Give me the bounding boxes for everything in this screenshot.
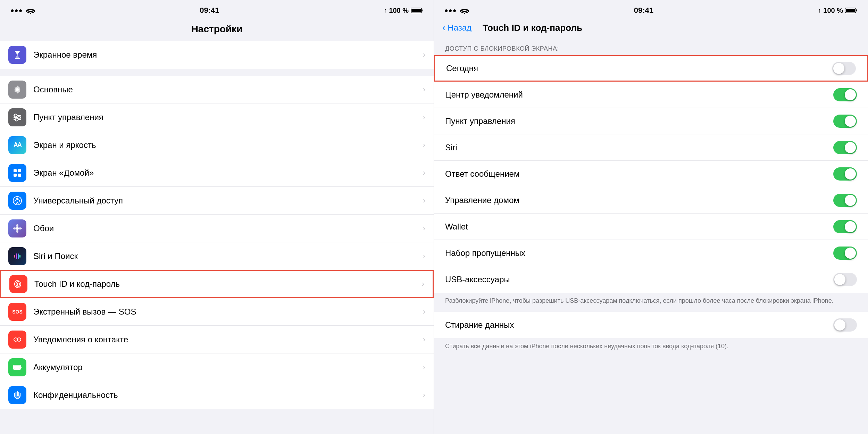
accessibility-chevron: ›: [423, 196, 425, 205]
siri-toggle-thumb: [845, 142, 856, 153]
missedcalls-label: Набор пропущенных: [445, 248, 525, 258]
notifications-toggle-thumb: [845, 89, 856, 100]
wallpaper-chevron: ›: [423, 224, 425, 233]
right-page-title: Touch ID и код-пароль: [483, 23, 582, 33]
svg-rect-27: [16, 253, 17, 259]
battery-icon: [8, 358, 26, 376]
privacy-chevron: ›: [423, 391, 425, 400]
settings-item-sos[interactable]: SOS Экстренный вызов — SOS ›: [0, 298, 434, 326]
privacy-icon: [8, 386, 26, 404]
detail-item-erasedata[interactable]: Стирание данных: [434, 312, 868, 338]
touchid-label: Touch ID и код-пароль: [34, 279, 419, 289]
settings-item-general[interactable]: Основные ›: [0, 76, 434, 103]
settings-item-homescreen[interactable]: Экран «Домой» ›: [0, 159, 434, 187]
settings-item-controlcenter[interactable]: Пункт управления ›: [0, 103, 434, 131]
svg-rect-40: [846, 9, 855, 12]
detail-item-controlcenter[interactable]: Пункт управления: [434, 108, 868, 134]
svg-point-23: [16, 229, 18, 233]
svg-rect-2: [422, 9, 423, 11]
general-icon: [8, 81, 26, 99]
notifications-label: Центр уведомлений: [445, 90, 523, 100]
svg-rect-3: [411, 9, 421, 12]
battery-label: Аккумулятор: [33, 362, 420, 372]
right-time: 09:41: [634, 6, 653, 15]
home-toggle[interactable]: [833, 194, 857, 207]
wallet-toggle-thumb: [845, 221, 856, 232]
detail-item-usb[interactable]: USB-аксессуары: [434, 266, 868, 293]
detail-item-wallet[interactable]: Wallet: [434, 214, 868, 240]
settings-item-accessibility[interactable]: Универсальный доступ ›: [0, 187, 434, 215]
accessibility-icon: [8, 192, 26, 210]
missedcalls-toggle[interactable]: [833, 247, 857, 260]
erase-footer: Стирать все данные на этом iPhone после …: [434, 338, 868, 357]
reply-toggle-thumb: [845, 168, 856, 180]
svg-rect-14: [18, 169, 21, 172]
usb-toggle[interactable]: [833, 273, 857, 286]
general-chevron: ›: [423, 85, 425, 94]
fingerprint-icon: [13, 279, 24, 289]
detail-item-missedcalls[interactable]: Набор пропущенных: [434, 240, 868, 266]
svg-rect-26: [14, 255, 15, 258]
display-label: Экран и яркость: [33, 140, 420, 150]
home-label: Управление домом: [445, 195, 519, 205]
back-label: Назад: [448, 23, 471, 33]
detail-item-home[interactable]: Управление домом: [434, 187, 868, 214]
settings-item-contact[interactable]: Уведомления о контакте ›: [0, 326, 434, 353]
siri-toggle[interactable]: [833, 141, 857, 154]
svg-point-32: [15, 339, 16, 340]
section-screentime: Экранное время ›: [0, 41, 434, 69]
wifi-icon-right: [460, 7, 469, 14]
settings-item-display[interactable]: AA Экран и яркость ›: [0, 131, 434, 159]
home-toggle-thumb: [845, 195, 856, 206]
wallet-toggle[interactable]: [833, 220, 857, 233]
notifications-toggle[interactable]: [833, 88, 857, 101]
gear-icon: [12, 84, 23, 95]
screentime-chevron: ›: [423, 50, 425, 59]
detail-item-today[interactable]: Сегодня: [434, 55, 868, 82]
back-chevron: ‹: [442, 22, 445, 33]
svg-point-22: [16, 224, 18, 227]
right-panel: ●●● 09:41 ↑ 100 % ‹ Назад Touch ID и код…: [434, 0, 868, 434]
today-toggle-thumb: [833, 63, 844, 74]
settings-item-privacy[interactable]: Конфиденциальность ›: [0, 381, 434, 409]
touchid-icon: [9, 275, 27, 293]
svg-point-10: [14, 114, 17, 117]
display-chevron: ›: [423, 141, 425, 150]
svg-point-37: [464, 13, 465, 14]
right-status-bar: ●●● 09:41 ↑ 100 %: [434, 0, 868, 19]
erasedata-toggle[interactable]: [833, 318, 857, 332]
svg-point-12: [15, 118, 18, 121]
detail-item-notifications[interactable]: Центр уведомлений: [434, 82, 868, 108]
controlcenter-toggle[interactable]: [833, 115, 857, 128]
svg-rect-13: [14, 169, 17, 172]
back-button[interactable]: ‹ Назад: [442, 22, 471, 33]
left-location-icon: ↑: [384, 7, 387, 14]
siri-chevron: ›: [423, 252, 425, 261]
battery-icon-right: [845, 7, 858, 14]
erasedata-label: Стирание данных: [445, 320, 514, 330]
accessibility-label: Универсальный доступ: [33, 196, 420, 206]
wallet-label: Wallet: [445, 222, 468, 232]
usb-label: USB-аксессуары: [445, 275, 510, 284]
settings-item-wallpaper[interactable]: Обои ›: [0, 215, 434, 242]
touchid-chevron: ›: [422, 279, 424, 289]
battery-chevron: ›: [423, 363, 425, 372]
settings-item-screentime[interactable]: Экранное время ›: [0, 41, 434, 69]
settings-item-battery[interactable]: Аккумулятор ›: [0, 353, 434, 381]
svg-rect-5: [15, 58, 20, 59]
settings-item-siri[interactable]: Siri и Поиск ›: [0, 242, 434, 270]
display-icon: AA: [8, 136, 26, 154]
sos-icon: SOS: [8, 303, 26, 321]
left-page-title: Настройки: [0, 19, 434, 41]
settings-item-touchid[interactable]: Touch ID и код-пароль ›: [0, 270, 434, 298]
reply-toggle[interactable]: [833, 167, 857, 181]
controlcenter-icon: [8, 108, 26, 126]
today-toggle[interactable]: [832, 62, 856, 75]
detail-item-reply[interactable]: Ответ сообщением: [434, 161, 868, 187]
svg-rect-29: [19, 255, 20, 258]
battery-icon-left: [411, 7, 423, 14]
reply-label: Ответ сообщением: [445, 169, 519, 179]
sos-chevron: ›: [423, 307, 425, 316]
detail-item-siri[interactable]: Siri: [434, 134, 868, 161]
right-nav: ‹ Назад Touch ID и код-пароль: [434, 19, 868, 40]
